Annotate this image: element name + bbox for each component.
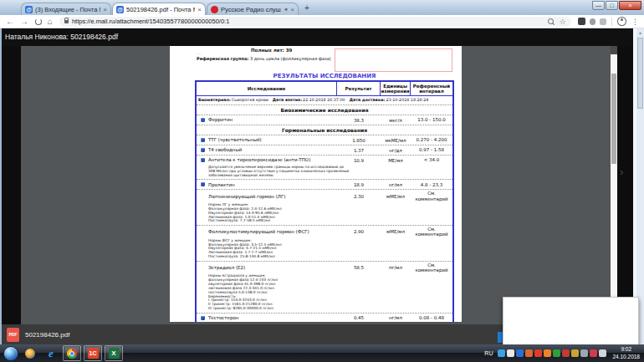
tab-pdf[interactable]: @ 502198426.pdf - Почта Mail.Ru × [112,3,206,15]
result-row: Антитела к тиреопероксидазе (анти-ТПО)10… [197,155,452,179]
info-icon[interactable] [197,118,208,122]
new-tab-button[interactable]: + [301,3,313,14]
tab-radio[interactable]: Русское Радио слушать он... ◄ × [207,3,299,15]
reload-icon[interactable] [35,18,42,25]
test-note: Допускается увеличение верхней границы н… [197,165,369,179]
test-name: ТТГ (чувствительный) [208,137,337,142]
bookmark-star-icon[interactable]: ☆ [560,18,566,26]
test-result: 18.9 [337,182,381,187]
taskbar-excel[interactable]: X [105,345,123,361]
test-reference: См. комментарий [411,190,452,202]
test-units: мкМЕ/мл [381,138,411,143]
secure-lock-icon[interactable] [64,20,69,23]
column-header: Референсный интервал [411,82,452,95]
tab-inbox[interactable]: @ (3) Входящие - Почта Mail.Ru × [21,3,111,15]
test-name: Т4 свободный [208,147,337,152]
tray-icon[interactable] [580,349,588,357]
tray-icon[interactable] [516,349,524,357]
test-units: нг/дл [381,148,411,153]
tray-icon[interactable] [590,349,597,357]
start-button[interactable] [3,346,18,361]
close-window-button[interactable]: × [619,1,641,10]
url-text[interactable]: https://e.mail.ru/attachment/15403557780… [72,18,548,25]
taskbar-clock[interactable]: 9:02 24.10.2018 [612,346,640,359]
tray-icon[interactable] [544,349,551,357]
home-icon[interactable]: ⌂ [48,16,53,28]
browser-scroll-thumb[interactable] [637,38,643,109]
scroll-up-icon[interactable]: ▲ [636,28,644,37]
notification-popup[interactable] [503,297,639,345]
tray-icon[interactable] [525,349,533,357]
test-reference: 0.08 - 0.48 [411,314,452,321]
screen: @ (3) Входящие - Почта Mail.Ru × @ 50219… [0,0,644,362]
address-bar[interactable]: https://e.mail.ru/attachment/15403557780… [59,17,571,27]
extension-icon[interactable] [590,18,596,25]
excel-icon: X [109,348,120,359]
taskbar-media-player[interactable] [21,345,39,361]
taskbar-1c[interactable]: 1С [84,345,102,361]
info-icon[interactable] [197,158,208,162]
test-result: 2.90 [337,229,381,234]
taskbar-internet-explorer[interactable]: e [42,345,60,361]
test-result: 1.37 [337,148,381,153]
test-result: 1.850 [337,138,381,143]
next-attachment-icon[interactable]: › [620,166,623,178]
tray-icon[interactable] [571,349,579,357]
pdf-scroll-button[interactable] [611,46,617,54]
test-units: пг/мл [381,265,411,270]
test-reference: 0.97 - 1.58 [411,146,452,153]
tray-icon[interactable] [507,349,514,357]
test-name: Тестостерон [208,315,337,320]
clock-date: 24.10.2018 [612,354,640,360]
tray-icon[interactable] [498,349,505,357]
minimize-button[interactable]: — [592,1,605,10]
close-icon[interactable]: × [290,6,294,13]
test-reference: < 34.0 [411,156,452,163]
test-reference: См. комментарий [411,262,452,274]
info-icon[interactable] [197,182,208,186]
tray-icon[interactable] [553,349,560,357]
viewer-header: Наталья Никонова: 502198426.pdf [0,28,633,46]
tray-icon[interactable] [599,349,606,357]
results-table: Исследование Результат Единицы измерения… [195,80,454,322]
menu-icon[interactable]: ⋮ [631,18,639,26]
pdf-scroll-thumb[interactable] [611,74,616,164]
tray-icon[interactable] [562,349,570,357]
info-icon[interactable] [197,138,208,142]
attachment-file-name[interactable]: 502198426.pdf [25,331,69,339]
tab-strip: @ (3) Входящие - Почта Mail.Ru × @ 50219… [0,0,644,15]
result-row: Т4 свободный1.37нг/дл0.97 - 1.58 [197,145,452,155]
patient-age: Полных лет: 39 [251,48,292,53]
pdf-scrollbar[interactable] [611,46,617,324]
table-header-row: Исследование Результат Единицы измерения… [197,82,452,96]
close-icon[interactable]: × [197,6,202,13]
tray-icon[interactable] [534,349,542,357]
close-icon[interactable]: × [103,6,107,13]
profile-icon[interactable] [617,17,626,26]
back-icon[interactable]: ← [6,16,14,28]
test-note: Нормы ЛГ у женщин: Фолликулярная фаза: 2… [197,202,369,225]
language-indicator[interactable]: RU [484,350,493,356]
test-note: Нормы ФСГ у женщин: Фолликулярная фаза: … [197,238,369,261]
zoom-page-icon[interactable] [548,18,554,24]
forward-icon[interactable]: → [20,16,28,28]
info-icon[interactable] [197,316,208,320]
system-tray: RU 9:02 24.10.2018 [484,346,644,359]
extension-icon[interactable] [600,18,606,25]
test-result: 58.5 [337,265,381,270]
internet-explorer-icon: e [49,348,54,359]
section-row: Биохимические исследования [197,105,452,115]
test-units: нг/мл [381,315,411,320]
chrome-icon [67,349,77,359]
audio-icon[interactable]: ◄ [283,7,288,12]
maximize-button[interactable]: □ [606,1,618,10]
pdf-file-icon: PDF [7,328,19,342]
extension-icon[interactable] [578,18,585,25]
info-icon[interactable] [197,148,208,152]
test-units: мМЕ/мл [381,194,411,199]
section-row: Гормональные исследования [197,125,452,135]
test-reference: См. комментарий [411,226,452,238]
clock-time: 9:02 [612,346,640,353]
test-name: Лютеинизирующий гормон (ЛГ) [208,194,337,199]
taskbar-chrome[interactable] [63,345,81,361]
